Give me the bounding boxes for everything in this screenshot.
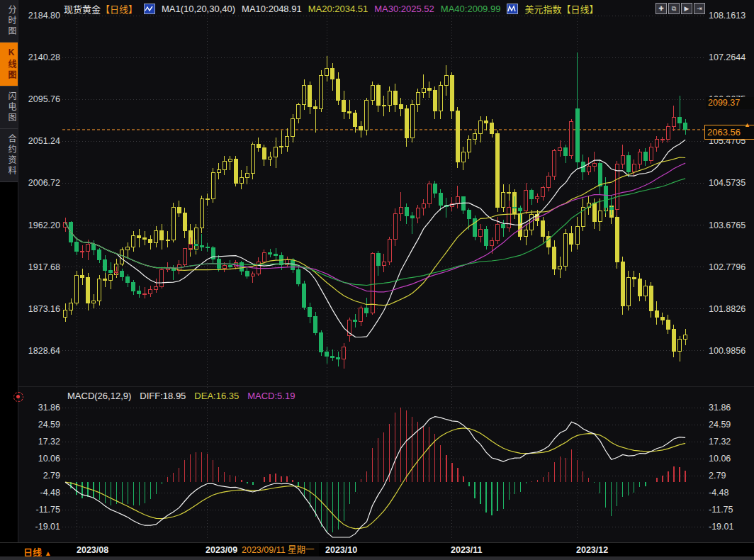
selected-date-marker: 2023/09/11 星期一 — [237, 543, 319, 557]
macd-axis-label-right: -19.01 — [709, 522, 733, 532]
macd-axis-label-right: 24.59 — [709, 420, 731, 430]
chart-toolbar: ✚ ⧉ ▶ ⇥ — [655, 3, 705, 14]
ma20-value: MA20:2034.51 — [308, 4, 368, 14]
macd-axis-label-left: 31.86 — [38, 403, 60, 413]
chart-header: 现货黄金【日线】 MA1(10,20,30,40) MA10:2048.91 M… — [64, 3, 598, 15]
ma40-value: MA40:2009.99 — [441, 4, 501, 14]
macd-axis-label-right: -11.75 — [709, 505, 733, 515]
macd-axis-label-right: 10.06 — [709, 454, 731, 464]
left-axis-label: 2184.80 — [28, 11, 60, 21]
right-axis-label: 100.9856 — [709, 346, 745, 356]
right-axis-label: 103.6765 — [709, 220, 745, 230]
date-label: 2023/12 — [576, 545, 608, 555]
sidebar-tab-lightning-chart[interactable]: 闪电图 — [0, 86, 18, 129]
playback-icon[interactable]: ▶ — [681, 3, 692, 14]
macd-axis-label-right: -4.48 — [709, 488, 729, 498]
usd-index-candles[interactable] — [64, 56, 687, 362]
indicator-settings-icon[interactable] — [13, 392, 23, 402]
macd-axis-label-left: 17.32 — [38, 437, 60, 447]
macd-axis-label-left: -19.01 — [35, 522, 60, 532]
kline-chart-canvas[interactable]: 2184.802140.282095.762051.242006.721962.… — [18, 0, 754, 542]
date-label: 2023/11 — [451, 545, 483, 555]
horizontal-scrollbar[interactable] — [0, 556, 754, 560]
chart-type-sidebar: 分时图 K线图 闪电图 合约资料 — [0, 0, 18, 560]
sidebar-tab-contract-info[interactable]: 合约资料 — [0, 129, 18, 182]
move-icon[interactable]: ✚ — [655, 3, 667, 14]
left-axis-label: 2140.28 — [28, 52, 60, 62]
date-label: 2023/10 — [325, 545, 357, 555]
macd-diff-line — [65, 417, 685, 537]
sidebar-tab-time-chart[interactable]: 分时图 — [0, 0, 18, 43]
last-price-arrow-icon: ▲ — [744, 121, 750, 128]
grid — [18, 10, 754, 540]
right-axis-label: 107.2644 — [709, 52, 745, 62]
macd-histogram — [65, 408, 685, 532]
macd-dea-line — [65, 428, 685, 529]
overlay-symbol-name: 美元指数【日线】 — [524, 2, 598, 16]
ma30-line — [65, 163, 685, 292]
new-window-icon[interactable]: ⧉ — [668, 3, 680, 14]
ma-group-label: MA1(10,20,30,40) — [162, 4, 235, 14]
sidebar-tab-kline-chart[interactable]: K线图 — [0, 43, 18, 86]
macd-axis-label-right: 31.86 — [709, 403, 731, 413]
time-axis: 日线 ▲ 2023/08 2023/09 2023/10 2023/11 202… — [0, 542, 754, 557]
macd-title: MACD(26,12,9) — [67, 391, 131, 401]
kline-link-icon[interactable] — [144, 4, 155, 14]
right-axis-label: 101.8826 — [709, 304, 745, 314]
left-axis-label: 1828.64 — [28, 346, 60, 356]
exit-icon[interactable]: ⇥ — [694, 3, 705, 14]
right-axis-label: 108.1613 — [709, 11, 745, 21]
ma30-value: MA30:2025.52 — [374, 4, 434, 14]
left-axis-label: 1917.68 — [28, 262, 60, 272]
symbol-name: 现货黄金【日线】 — [64, 2, 137, 16]
macd-dea-value: DEA:16.35 — [194, 391, 239, 401]
left-axis-label: 2006.72 — [28, 178, 60, 188]
right-axis-label: 104.5735 — [709, 178, 745, 188]
macd-axis-label-right: 2.79 — [709, 471, 726, 481]
macd-axis-label-left: 10.06 — [38, 454, 60, 464]
macd-axis-label-left: -11.75 — [35, 505, 60, 515]
right-axis-label: 102.7796 — [709, 262, 745, 272]
trading-app-window: 分时图 K线图 闪电图 合约资料 现货黄金【日线】 MA1(10,20,30,4… — [0, 0, 754, 560]
macd-diff-value: DIFF:18.95 — [140, 391, 186, 401]
overlay-link-icon[interactable] — [507, 4, 518, 14]
date-label: 2023/08 — [77, 545, 108, 555]
macd-axis-label-left: -4.48 — [40, 488, 61, 498]
left-axis-label: 1962.20 — [28, 220, 60, 230]
left-axis-label: 2051.24 — [28, 136, 60, 146]
macd-axis-label-left: 2.79 — [43, 471, 60, 481]
ma10-value: MA10:2048.91 — [242, 4, 302, 14]
left-axis-label: 2095.76 — [28, 94, 60, 104]
macd-axis-label-right: 17.32 — [709, 437, 731, 447]
macd-header: MACD(26,12,9) DIFF:18.95 DEA:16.35 MACD:… — [67, 391, 295, 401]
macd-axis-label-left: 24.59 — [38, 420, 60, 430]
left-axis-label: 1873.16 — [28, 304, 60, 314]
high-price-marker: 2099.37 — [706, 97, 754, 109]
macd-value: MACD:5.19 — [247, 391, 295, 401]
date-label: 2023/09 — [206, 545, 237, 555]
